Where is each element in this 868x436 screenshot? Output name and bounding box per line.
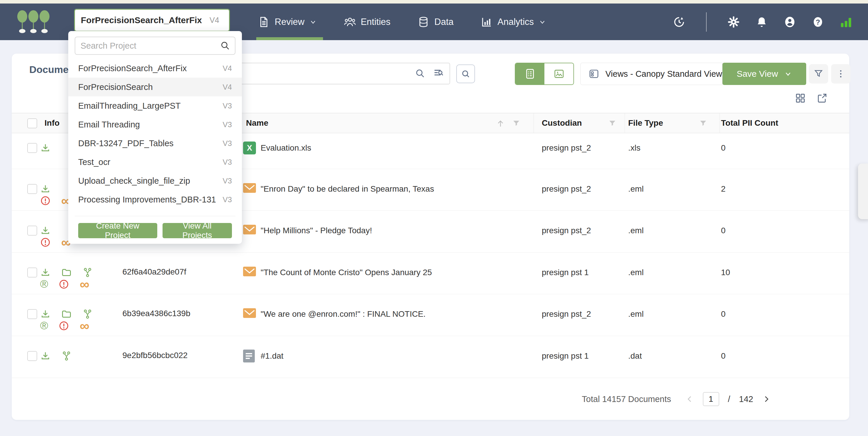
signal-bars-icon[interactable] (840, 16, 852, 28)
document-name[interactable]: "We are one @enron.com!" : FINAL NOTICE. (260, 308, 426, 320)
redacted-icon[interactable]: ® (40, 321, 48, 331)
linked-duplicate-icon[interactable]: ∞ (80, 321, 89, 331)
document-id[interactable]: 6b39ea4386c139b (122, 308, 190, 319)
sort-ascending-icon[interactable] (496, 119, 505, 128)
export-icon[interactable] (816, 93, 828, 104)
chevron-down-icon (784, 70, 792, 78)
document-name[interactable]: "Help Millions" - Pledge Today! (260, 225, 372, 236)
download-icon[interactable] (40, 267, 51, 278)
project-option[interactable]: Test_ocr V3 (68, 153, 242, 171)
tab-entities[interactable]: Entities (344, 16, 391, 28)
help-icon[interactable]: ? (812, 16, 824, 28)
download-icon[interactable] (40, 351, 51, 361)
image-view-icon (553, 68, 565, 80)
create-new-project-button[interactable]: Create New Project (78, 223, 157, 238)
row-checkbox[interactable] (27, 226, 37, 236)
tab-analytics[interactable]: Analytics (480, 16, 546, 28)
project-search-box[interactable] (75, 37, 236, 55)
row-checkbox[interactable] (27, 184, 37, 194)
image-view-button[interactable] (545, 63, 574, 84)
error-icon[interactable] (40, 196, 51, 206)
table-row[interactable]: ® ∞ 6b39ea4386c139b "We are one @enron.c… (12, 294, 849, 336)
name-filter-icon[interactable] (512, 119, 521, 128)
project-option[interactable]: Email Threading V3 (68, 115, 242, 134)
linked-duplicate-icon[interactable]: ∞ (80, 279, 89, 290)
folder-icon[interactable] (61, 309, 72, 319)
document-name[interactable]: "Enron Day" to be declared in Spearman, … (260, 183, 434, 195)
pii-count-cell: 10 (721, 267, 730, 279)
download-icon[interactable] (40, 184, 51, 194)
settings-gear-icon[interactable] (727, 16, 740, 28)
error-icon[interactable] (59, 321, 69, 331)
filter-button[interactable] (809, 64, 828, 84)
error-icon[interactable] (59, 279, 69, 290)
project-option[interactable]: DBR-13247_PDF_Tables V3 (68, 134, 242, 153)
error-icon[interactable] (40, 237, 51, 248)
project-option[interactable]: ForPrecisionSearch V4 (68, 78, 242, 96)
side-panel-handle[interactable] (858, 164, 868, 219)
project-option[interactable]: Processing Improvements_DBR-131... V3 (68, 190, 242, 209)
project-search-input[interactable] (81, 41, 217, 51)
column-settings-grid-icon[interactable] (795, 93, 806, 104)
folder-icon[interactable] (61, 267, 72, 278)
document-name[interactable]: #1.dat (260, 350, 283, 362)
custodian-filter-icon[interactable] (608, 119, 617, 128)
version-branch-icon[interactable] (82, 309, 93, 319)
table-row[interactable]: ® ∞ 62f6a40a29de07f "The Count of Monte … (12, 253, 849, 294)
header-file-type[interactable]: File Type (628, 113, 663, 133)
tab-analytics-label: Analytics (498, 17, 534, 27)
list-view-icon (524, 68, 536, 80)
document-id[interactable]: 9e2bfb56bcbc022 (122, 350, 188, 361)
project-name: ForPrecisionSearch_AfterFix (81, 15, 202, 25)
download-icon[interactable] (40, 143, 51, 153)
more-options-button[interactable] (831, 64, 850, 84)
download-icon[interactable] (40, 309, 51, 319)
history-icon[interactable] (673, 16, 685, 28)
view-all-projects-button[interactable]: View All Projects (162, 223, 232, 238)
document-id[interactable]: 62f6a40a29de07f (122, 266, 186, 278)
tab-review[interactable]: Review (258, 16, 317, 28)
redacted-icon[interactable]: ® (40, 279, 48, 290)
project-option[interactable]: Upload_check_single_file_zip V3 (68, 171, 242, 190)
next-page-icon[interactable] (762, 395, 771, 404)
kebab-menu-icon (836, 69, 846, 79)
table-row[interactable]: 9e2bfb56bcbc022 #1.dat presign pst 1 .da… (12, 336, 849, 378)
column-divider (625, 113, 625, 133)
version-branch-icon[interactable] (61, 351, 72, 361)
views-selector[interactable]: Views - Canopy Standard View (581, 63, 722, 85)
canopy-logo-icon (17, 10, 52, 35)
file-type-filter-icon[interactable] (699, 119, 708, 128)
row-checkbox[interactable] (27, 267, 37, 278)
row-checkbox[interactable] (27, 143, 37, 153)
boxed-search-icon (460, 68, 471, 79)
advanced-search-button[interactable] (456, 64, 475, 83)
header-info[interactable]: Info (44, 113, 59, 133)
profile-icon[interactable] (784, 16, 796, 28)
project-selector[interactable]: ForPrecisionSearch_AfterFix V4 (74, 9, 230, 32)
tab-data[interactable]: Data (417, 16, 453, 28)
email-icon (243, 308, 256, 318)
row-checkbox[interactable] (27, 351, 37, 361)
notifications-bell-icon[interactable] (755, 16, 768, 28)
header-name[interactable]: Name (246, 113, 268, 133)
search-builder-icon[interactable] (433, 68, 444, 79)
list-view-button[interactable] (516, 63, 545, 84)
email-icon (243, 225, 256, 234)
row-checkbox[interactable] (27, 309, 37, 319)
project-option[interactable]: ForPrecisionSearch_AfterFix V4 (68, 59, 242, 78)
download-icon[interactable] (40, 225, 51, 236)
select-all-checkbox[interactable] (27, 118, 37, 128)
save-view-button[interactable]: Save View (722, 63, 806, 85)
page-number-input[interactable]: 1 (703, 392, 719, 406)
version-branch-icon[interactable] (82, 267, 93, 278)
prev-page-icon[interactable] (685, 395, 694, 404)
header-pii[interactable]: Total PII Count (721, 113, 778, 133)
email-icon (243, 183, 256, 193)
header-custodian[interactable]: Custodian (542, 113, 582, 133)
table-tools (795, 93, 828, 104)
project-option[interactable]: EmailThreading_LargePST V3 (68, 96, 242, 115)
document-name[interactable]: "The Count of Monte Cristo" Opens Januar… (260, 267, 432, 279)
search-icon[interactable] (415, 68, 426, 79)
table-footer: Total 14157 Documents 1 / 142 (12, 378, 849, 420)
document-name[interactable]: Evaluation.xls (260, 142, 311, 154)
